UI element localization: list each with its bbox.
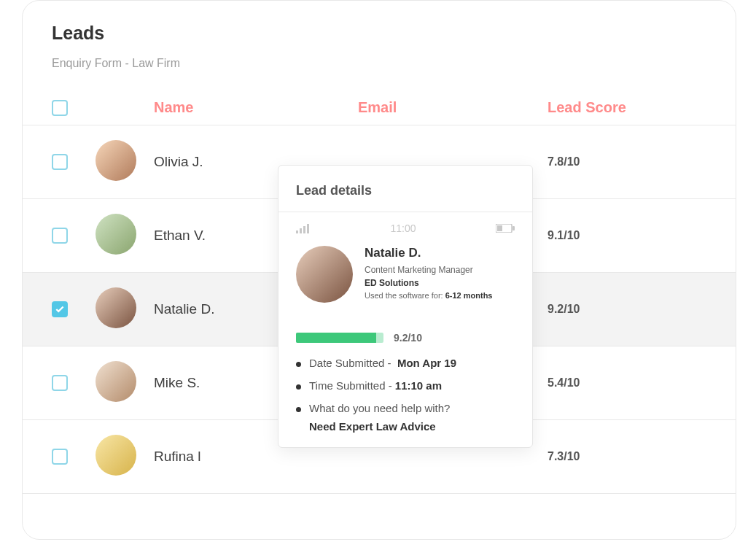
svg-rect-6 (497, 225, 502, 231)
page-title: Leads (52, 23, 736, 44)
avatar (96, 361, 136, 402)
svg-rect-2 (303, 226, 305, 233)
lead-company: ED Solutions (365, 278, 492, 288)
lead-score-value: 9.2/10 (394, 332, 422, 344)
panel-title: Lead details (296, 183, 515, 198)
avatar (96, 435, 136, 476)
row-score: 7.8/10 (547, 155, 706, 169)
detail-question: What do you need help with? (296, 402, 515, 414)
detail-date: Date Submitted - Mon Apr 19 (296, 357, 515, 369)
signal-icon (296, 223, 311, 233)
column-score-header[interactable]: Lead Score (547, 99, 706, 116)
row-name: Rufina l (154, 449, 358, 465)
row-score: 9.1/10 (547, 229, 706, 242)
row-score: 7.3/10 (547, 450, 706, 463)
svg-rect-0 (296, 231, 298, 233)
lead-details-panel: Lead details 11:00 (278, 165, 533, 448)
row-checkbox[interactable] (52, 301, 68, 317)
leads-card: Leads Enquiry Form - Law Firm Name Email… (22, 0, 736, 540)
lead-software-usage: Used the software for: 6-12 months (365, 291, 492, 300)
row-score: 5.4/10 (547, 376, 706, 390)
row-checkbox[interactable] (52, 449, 68, 465)
row-checkbox[interactable] (52, 375, 68, 391)
page-subtitle: Enquiry Form - Law Firm (52, 57, 736, 70)
svg-rect-3 (307, 224, 309, 233)
progress-fill (296, 333, 376, 343)
select-all-checkbox[interactable] (52, 100, 68, 116)
panel-divider (278, 212, 532, 212)
status-time: 11:00 (390, 222, 416, 234)
column-email-header[interactable]: Email (358, 99, 547, 116)
avatar (96, 140, 136, 181)
detail-time: Time Submitted - 11:10 am (296, 379, 515, 392)
lead-detail-list: Date Submitted - Mon Apr 19 Time Submitt… (296, 357, 515, 414)
table-header: Name Email Lead Score (23, 99, 736, 125)
lead-avatar (296, 246, 353, 303)
avatar (96, 287, 136, 328)
row-checkbox[interactable] (52, 154, 68, 170)
avatar (96, 214, 136, 255)
lead-score-progress: 9.2/10 (296, 332, 515, 344)
row-checkbox[interactable] (52, 228, 68, 244)
device-status-bar: 11:00 (296, 222, 515, 234)
lead-summary: Natalie D. Content Marketing Manager ED … (296, 246, 515, 303)
svg-rect-5 (513, 226, 515, 231)
lead-role: Content Marketing Manager (365, 265, 492, 275)
column-name-header[interactable]: Name (154, 99, 358, 116)
svg-rect-1 (300, 228, 302, 233)
lead-name: Natalie D. (365, 246, 492, 260)
row-score: 9.2/10 (547, 303, 706, 316)
battery-icon (496, 224, 515, 233)
progress-bar (296, 333, 383, 343)
detail-answer: Need Expert Law Advice (296, 420, 515, 433)
